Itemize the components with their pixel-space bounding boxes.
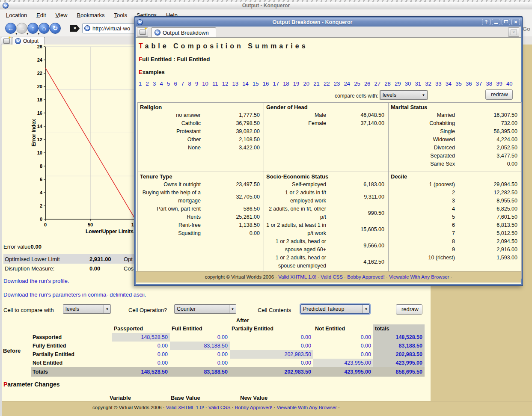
matrix-row-total[interactable]: 148,528.50 (373, 333, 425, 342)
example-link[interactable]: 34 (446, 80, 452, 87)
menu-bookmarks[interactable]: Bookmarks (74, 11, 107, 19)
example-link[interactable]: 18 (283, 80, 289, 87)
matrix-cell[interactable]: 202,983.50 (230, 350, 313, 359)
matrix-row-total[interactable]: 83,188.50 (373, 342, 425, 350)
forward-history-arrow[interactable]: ▾ (27, 32, 28, 35)
example-link[interactable]: 37 (476, 80, 482, 87)
matrix-cell[interactable]: 0.00 (170, 350, 230, 359)
matrix-col-total[interactable]: 423,995.00 (313, 367, 373, 377)
example-link[interactable]: 15 (253, 80, 259, 87)
example-link[interactable]: 11 (212, 80, 218, 87)
example-link[interactable]: 39 (496, 80, 502, 87)
menu-edit[interactable]: Edit (34, 11, 48, 19)
example-link[interactable]: 24 (344, 80, 350, 87)
example-link[interactable]: 6 (174, 80, 177, 87)
example-link[interactable]: 29 (395, 80, 401, 87)
example-link[interactable]: 25 (354, 80, 360, 87)
matrix-cell[interactable]: 0.00 (112, 342, 170, 350)
new-tab-button[interactable] (1, 37, 12, 45)
example-link[interactable]: 38 (486, 80, 492, 87)
tab-output-breakdown[interactable]: Output Breakdown (151, 27, 216, 37)
close-button[interactable]: ✕ (511, 19, 520, 25)
footer-link[interactable]: Valid XHTML 1.0! (278, 274, 316, 279)
home-button[interactable]: ⌂ (39, 23, 50, 34)
matrix-row-total[interactable]: 202,983.50 (373, 350, 425, 359)
example-link[interactable]: 31 (415, 80, 421, 87)
footer-link[interactable]: Valid CSS (208, 405, 231, 410)
forward-button[interactable]: →▾ (16, 23, 27, 34)
chevron-down-icon[interactable]: ▼ (420, 91, 427, 99)
close-tab-button[interactable]: ✕ (508, 27, 519, 37)
example-link[interactable]: 14 (242, 80, 248, 87)
example-link[interactable]: 12 (222, 80, 228, 87)
minimize-button[interactable] (492, 19, 500, 25)
up-history-arrow[interactable]: ▾ (38, 32, 39, 35)
up-button[interactable]: ↑▾ (27, 23, 39, 34)
back-history-arrow[interactable]: ▾ (15, 32, 17, 35)
matrix-cell[interactable]: 0.00 (230, 342, 313, 350)
example-link[interactable]: 1 (139, 80, 142, 87)
example-link[interactable]: 19 (293, 80, 299, 87)
matrix-col-total[interactable]: 148,528.50 (112, 367, 170, 377)
example-link[interactable]: 40 (506, 80, 512, 87)
example-link[interactable]: 26 (364, 80, 370, 87)
example-link[interactable]: 21 (313, 80, 319, 87)
redraw-button[interactable]: redraw (396, 304, 422, 315)
footer-link[interactable]: Valid XHTML 1.0! (166, 405, 204, 410)
example-link[interactable]: 4 (160, 80, 163, 87)
footer-link[interactable]: Viewable With Any Browser (276, 405, 336, 410)
matrix-col-total[interactable]: 83,188.50 (170, 367, 230, 377)
compare-select[interactable]: levels ▼ (63, 304, 111, 314)
example-link[interactable]: 33 (435, 80, 441, 87)
matrix-row-total[interactable]: 423,995.00 (373, 359, 425, 367)
matrix-col-total[interactable]: 202,983.50 (230, 367, 313, 377)
example-link[interactable]: 22 (324, 80, 330, 87)
chevron-down-icon[interactable]: ▼ (104, 305, 110, 313)
chevron-down-icon[interactable]: ▼ (229, 305, 236, 313)
matrix-grand-total[interactable]: 858,695.50 (373, 367, 425, 377)
new-tab-button[interactable] (137, 27, 148, 37)
example-link[interactable]: 9 (195, 80, 198, 87)
matrix-cell[interactable]: 0.00 (112, 350, 170, 359)
matrix-cell[interactable]: 148,528.50 (112, 333, 170, 342)
footer-link[interactable]: Bobby Approved! (347, 274, 385, 279)
example-link[interactable]: 13 (232, 80, 238, 87)
matrix-cell[interactable]: 0.00 (313, 350, 373, 359)
download-link[interactable]: Download the run's parameters in comma- … (3, 291, 146, 298)
matrix-cell[interactable]: 83,188.50 (170, 342, 230, 350)
help-button[interactable]: ? (482, 19, 490, 25)
menu-view[interactable]: View (53, 11, 70, 19)
example-link[interactable]: 8 (188, 80, 191, 87)
example-link[interactable]: 7 (181, 80, 184, 87)
matrix-cell[interactable]: 0.00 (170, 333, 230, 342)
matrix-cell[interactable]: 0.00 (313, 333, 373, 342)
menu-location[interactable]: Location (3, 11, 30, 19)
example-link[interactable]: 35 (455, 80, 461, 87)
example-link[interactable]: 20 (303, 80, 309, 87)
example-link[interactable]: 32 (425, 80, 431, 87)
matrix-cell[interactable]: 0.00 (230, 359, 313, 367)
menu-tools[interactable]: Tools (112, 11, 130, 19)
example-link[interactable]: 2 (146, 80, 149, 87)
tab-output[interactable]: Output (12, 37, 45, 45)
footer-link[interactable]: Valid CSS (321, 274, 343, 279)
example-link[interactable]: 16 (263, 80, 269, 87)
redraw-button[interactable]: redraw (485, 89, 513, 100)
matrix-cell[interactable]: 0.00 (313, 342, 373, 350)
download-link[interactable]: Download the run's profile. (3, 278, 146, 284)
contents-select[interactable]: Predicted Takeup ▼ (300, 304, 370, 314)
example-link[interactable]: 23 (334, 80, 340, 87)
operation-select[interactable]: Counter ▼ (174, 304, 236, 314)
example-link[interactable]: 27 (374, 80, 380, 87)
matrix-cell[interactable]: 423,995.00 (313, 359, 373, 367)
go-button[interactable]: Go (523, 26, 530, 32)
example-link[interactable]: 3 (153, 80, 156, 87)
footer-link[interactable]: Bobby Approved! (235, 405, 273, 410)
footer-link[interactable]: Viewable With Any Browser (389, 274, 449, 279)
stop-icon[interactable]: ✕ (70, 25, 80, 32)
example-link[interactable]: 5 (167, 80, 170, 87)
matrix-cell[interactable]: 0.00 (112, 359, 170, 367)
reload-button[interactable]: ↻ (50, 23, 61, 34)
popup-titlebar[interactable]: Output Breakdown - Konqueror ?✕ (135, 18, 522, 27)
maximize-button[interactable] (502, 19, 510, 25)
